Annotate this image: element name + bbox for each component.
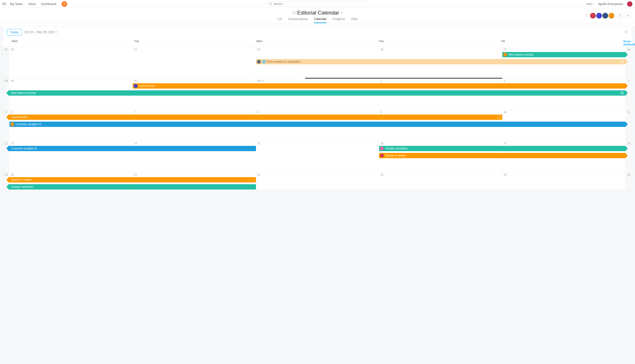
- day-number: 14: [134, 142, 254, 145]
- chevron-down-icon: [56, 31, 58, 33]
- nav-inbox[interactable]: Inbox: [28, 2, 36, 6]
- org-name[interactable]: Apollo Enterprises: [598, 2, 623, 6]
- task-bar[interactable]: Press release on acquisition: [256, 59, 625, 64]
- menu-icon[interactable]: [2, 2, 6, 6]
- task-label: Launch Event: [11, 116, 27, 119]
- day-number: 8: [257, 110, 378, 114]
- assignee-avatar: [503, 53, 507, 57]
- tab-conversations[interactable]: Conversations: [288, 16, 308, 23]
- assignee-avatar: [257, 60, 261, 64]
- search-wrap: [267, 1, 368, 7]
- task-bar[interactable]: October newsletter: [379, 146, 625, 151]
- day-header-thu: THU: [379, 40, 501, 46]
- star-icon[interactable]: [292, 11, 296, 15]
- task-bar[interactable]: New feature roundup: [9, 90, 625, 96]
- lock-icon[interactable]: [585, 14, 588, 18]
- day-number: 3: [504, 79, 624, 82]
- project-header: Editorial Calendar List Conversations Ca…: [0, 8, 635, 23]
- day-number: 24: [134, 48, 254, 51]
- day-number: 22: [257, 173, 378, 176]
- day-number: 26: [380, 48, 501, 51]
- tab-progress[interactable]: Progress: [333, 16, 345, 23]
- day-number: 30: [11, 79, 131, 82]
- svg-rect-2: [586, 15, 587, 16]
- task-bar[interactable]: New feature roundup: [502, 52, 625, 57]
- view-tabs: List Conversations Calendar Progress Fil…: [0, 16, 635, 23]
- task-label: Customer spotlight #2: [11, 147, 37, 150]
- task-bar[interactable]: Customer spotlight #2: [9, 146, 256, 151]
- day-number: 27: [504, 48, 624, 51]
- task-label: Quarter in review: [385, 154, 405, 157]
- day-number: 10: [504, 110, 624, 114]
- task-bar[interactable]: Launch Event: [133, 83, 625, 88]
- week-row: 5 6 7 8 9 10 11 Launch Event Customer sp…: [3, 110, 632, 141]
- nav-dashboard[interactable]: Dashboard: [41, 2, 56, 6]
- tab-files[interactable]: Files: [351, 16, 358, 23]
- day-number: 31: [134, 79, 254, 82]
- today-marker: [305, 78, 379, 79]
- week-row: 22 23 24 25 26 27 28 New feature roundup…: [3, 47, 632, 78]
- assignee-avatar: [380, 154, 384, 158]
- task-label: New feature roundup: [508, 53, 533, 56]
- svg-point-3: [626, 31, 627, 32]
- svg-line-1: [271, 5, 272, 6]
- weekend-right: 25: [625, 172, 632, 190]
- task-bar[interactable]: Quarter in review: [379, 153, 625, 158]
- svg-point-0: [269, 3, 272, 5]
- today-button[interactable]: Today: [7, 29, 22, 36]
- member-avatar[interactable]: [596, 12, 602, 19]
- task-bar[interactable]: October newsletter: [9, 184, 256, 190]
- day-number: 20: [11, 173, 131, 176]
- subtask-icon: [621, 92, 624, 94]
- task-label: Quarter in review: [11, 178, 31, 181]
- calendar-area: Today Oct 22 – Nov 25, 2017 MON TUE WED …: [0, 26, 635, 364]
- add-button[interactable]: +: [62, 1, 67, 7]
- calendar-settings-icon[interactable]: [624, 30, 628, 34]
- day-number: 17: [504, 142, 624, 145]
- day-number: 15: [257, 142, 378, 145]
- member-avatar[interactable]: [608, 12, 615, 19]
- help-menu[interactable]: Help: [586, 2, 594, 6]
- member-overflow[interactable]: 3: [616, 12, 623, 19]
- day-header-tue: TUE: [134, 40, 256, 46]
- task-bar[interactable]: Customer spotlight #2: [10, 122, 625, 127]
- add-member-button[interactable]: +: [625, 12, 631, 19]
- tab-calendar[interactable]: Calendar: [314, 16, 327, 23]
- day-number: 6: [11, 110, 131, 114]
- week-row: 19 20 21 22 23 24 25 Quarter in review O…: [3, 172, 632, 190]
- task-bar[interactable]: Quarter in review: [9, 177, 256, 182]
- task-label: Customer spotlight #2: [16, 123, 42, 126]
- member-avatar[interactable]: [589, 12, 596, 19]
- day-number: 24: [504, 173, 624, 176]
- week-row: 29 30 31 Nov 1 2 3 4 Launch Event New fe…: [3, 78, 632, 110]
- calendar-toolbar: Today Oct 22 – Nov 25, 2017: [3, 26, 632, 38]
- tab-list[interactable]: List: [277, 16, 282, 23]
- assignee-avatar: [10, 122, 14, 126]
- day-number: 7: [134, 110, 254, 114]
- day-number: Nov 1: [257, 79, 378, 82]
- day-number: 21: [134, 173, 254, 176]
- subtask-icon: [621, 60, 624, 63]
- show-weekends-link[interactable]: Show weekends: [623, 40, 635, 46]
- day-number: 23: [11, 48, 131, 51]
- member-avatar[interactable]: [602, 12, 608, 19]
- user-avatar[interactable]: [626, 1, 633, 7]
- nav-my-tasks[interactable]: My Tasks: [10, 2, 23, 6]
- day-header-fri: FRI: [501, 40, 623, 46]
- check-icon: [262, 60, 266, 64]
- milestone-icon: [498, 116, 500, 118]
- day-number: 2: [380, 79, 501, 82]
- day-number: 16: [380, 142, 501, 145]
- topbar: My Tasks Inbox Dashboard + Help Apollo E…: [0, 0, 635, 8]
- project-menu-icon[interactable]: [340, 12, 343, 14]
- task-label: Launch Event: [139, 84, 155, 88]
- task-bar[interactable]: Launch Event: [9, 114, 502, 120]
- day-header-mon: MON: [12, 40, 134, 46]
- search-input[interactable]: [267, 1, 368, 7]
- date-range-picker[interactable]: Oct 22 – Nov 25, 2017: [24, 30, 58, 34]
- top-nav: My Tasks Inbox Dashboard: [10, 2, 56, 6]
- week-row: 12 13 14 15 16 17 18 Customer spotlight …: [3, 141, 632, 172]
- task-label: Press release on acquisition: [267, 60, 300, 63]
- day-headers: MON TUE WED THU FRI Show weekends: [3, 38, 632, 47]
- weekend-left: 22: [3, 47, 10, 78]
